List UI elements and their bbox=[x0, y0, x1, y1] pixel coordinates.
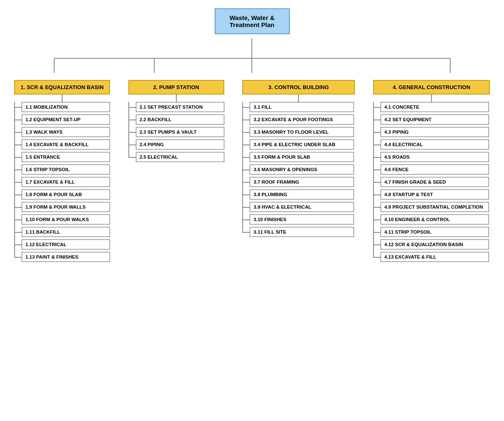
list-item: 3.6 MASONRY & OPENINGS bbox=[242, 164, 355, 174]
col1-children: 1.1 MOBILIZATION 1.2 EQUIPMENT SET-UP 1.… bbox=[14, 102, 110, 264]
diagram: Waste, Water & Treatment Plan 1. SCR & E… bbox=[0, 0, 504, 421]
child-box: 4.4 ELECTRICAL bbox=[381, 140, 489, 149]
col1-vert bbox=[62, 95, 63, 102]
list-item: 2.4 PIPING bbox=[128, 140, 224, 149]
list-item: 1.11 BACKFILL bbox=[14, 227, 110, 237]
child-box: 1.4 EXCAVATE & BACKFILL bbox=[22, 140, 110, 149]
list-item: 4.4 ELECTRICAL bbox=[373, 140, 490, 149]
col4-header: 4. GENERAL CONSTRUCTION bbox=[373, 80, 490, 95]
child-box: 1.13 PAINT & FINISHES bbox=[22, 252, 110, 262]
child-box: 4.1 CONCRETE bbox=[381, 102, 489, 112]
col4-vert bbox=[431, 95, 432, 102]
child-box: 3.10 FINISHES bbox=[250, 214, 354, 224]
child-box: 2.1 SET PRECAST STATION bbox=[136, 102, 224, 112]
child-box: 4.2 SET EQUIPMENT bbox=[381, 115, 489, 125]
col2-header: 2. PUMP STATION bbox=[128, 80, 224, 95]
list-item: 3.11 FILL SITE bbox=[242, 227, 355, 237]
column-1: 1. SCR & EQUALIZATION BASIN 1.1 MOBILIZA… bbox=[10, 80, 114, 264]
child-box: 4.11 STRIP TOPSOIL bbox=[381, 227, 489, 237]
child-box: 1.8 FORM & POUR SLAB bbox=[22, 189, 110, 199]
list-item: 3.5 FORM & POUR SLAB bbox=[242, 152, 355, 162]
child-box: 1.7 EXCAVATE & FILL bbox=[22, 177, 110, 187]
child-box: 1.9 FORM & POUR WALLS bbox=[22, 202, 110, 212]
list-item: 1.5 ENTRANCE bbox=[14, 152, 110, 162]
child-box: 3.7 ROOF FRAMING bbox=[250, 177, 354, 187]
child-box: 4.6 FENCE bbox=[381, 164, 489, 174]
child-box: 4.3 PIPING bbox=[381, 127, 489, 137]
child-box: 3.11 FILL SITE bbox=[250, 227, 354, 237]
list-item: 1.1 MOBILIZATION bbox=[14, 102, 110, 112]
col2-children: 2.1 SET PRECAST STATION 2.2 BACKFILL 2.3… bbox=[128, 102, 224, 164]
list-item: 1.13 PAINT & FINISHES bbox=[14, 252, 110, 262]
list-item: 2.1 SET PRECAST STATION bbox=[128, 102, 224, 112]
list-item: 1.7 EXCAVATE & FILL bbox=[14, 177, 110, 187]
list-item: 1.8 FORM & POUR SLAB bbox=[14, 189, 110, 199]
list-item: 4.8 STARTUP & TEST bbox=[373, 189, 490, 199]
root-title-line1: Waste, Water & bbox=[229, 14, 274, 21]
page-wrapper: Waste, Water & Treatment Plan 1. SCR & E… bbox=[0, 0, 504, 421]
col1-header: 1. SCR & EQUALIZATION BASIN bbox=[14, 80, 110, 95]
child-box: 3.3 MASONRY TO FLOOR LEVEL bbox=[250, 127, 354, 137]
list-item: 1.4 EXCAVATE & BACKFILL bbox=[14, 140, 110, 149]
child-box: 3.6 MASONRY & OPENINGS bbox=[250, 164, 354, 174]
child-box: 4.5 ROADS bbox=[381, 152, 489, 162]
list-item: 4.2 SET EQUIPMENT bbox=[373, 115, 490, 125]
child-box: 3.1 FILL bbox=[250, 102, 354, 112]
child-box: 4.10 ENGINEER & CONTROL bbox=[381, 214, 489, 224]
columns-row: 1. SCR & EQUALIZATION BASIN 1.1 MOBILIZA… bbox=[4, 80, 500, 264]
child-box: 2.4 PIPING bbox=[136, 140, 224, 149]
child-box: 3.2 EXCAVATE & POUR FOOTINGS bbox=[250, 115, 354, 125]
list-item: 3.9 HVAC & ELECTRICAL bbox=[242, 202, 355, 212]
child-box: 4.12 SCR & EQUALIZATION BASIN bbox=[381, 239, 489, 249]
list-item: 3.1 FILL bbox=[242, 102, 355, 112]
child-box: 3.9 HVAC & ELECTRICAL bbox=[250, 202, 354, 212]
list-item: 3.2 EXCAVATE & POUR FOOTINGS bbox=[242, 115, 355, 125]
list-item: 1.10 FORM & POUR WALKS bbox=[14, 214, 110, 224]
list-item: 4.12 SCR & EQUALIZATION BASIN bbox=[373, 239, 490, 249]
list-item: 4.13 EXCAVATE & FILL bbox=[373, 252, 490, 262]
list-item: 4.11 STRIP TOPSOIL bbox=[373, 227, 490, 237]
col2-vert bbox=[176, 95, 177, 102]
root-title-line2: Treatment Plan bbox=[230, 21, 275, 28]
child-box: 2.3 SET PUMPS & VAULT bbox=[136, 127, 224, 137]
child-box: 1.10 FORM & POUR WALKS bbox=[22, 214, 110, 224]
col3-header: 3. CONTROL BUILDING bbox=[242, 80, 355, 95]
list-item: 2.3 SET PUMPS & VAULT bbox=[128, 127, 224, 137]
child-box: 3.4 PIPE & ELECTRIC UNDER SLAB bbox=[250, 140, 354, 149]
child-box: 4.9 PROJECT SUBSTANTIAL COMPLETION bbox=[381, 202, 489, 212]
child-box: 2.5 ELECTRICAL bbox=[136, 152, 224, 162]
list-item: 1.6 STRIP TOPSOIL bbox=[14, 164, 110, 174]
list-item: 2.2 BACKFILL bbox=[128, 115, 224, 125]
child-box: 1.1 MOBILIZATION bbox=[22, 102, 110, 112]
list-item: 4.7 FINISH GRADE & SEED bbox=[373, 177, 490, 187]
column-4: 4. GENERAL CONSTRUCTION 4.1 CONCRETE 4.2… bbox=[369, 80, 494, 264]
list-item: 1.2 EQUIPMENT SET-UP bbox=[14, 115, 110, 125]
list-item: 3.8 PLUMBING bbox=[242, 189, 355, 199]
root-box: Waste, Water & Treatment Plan bbox=[215, 8, 290, 34]
column-3: 3. CONTROL BUILDING 3.1 FILL 3.2 EXCAVAT… bbox=[238, 80, 359, 264]
child-box: 1.5 ENTRANCE bbox=[22, 152, 110, 162]
root-container: Waste, Water & Treatment Plan bbox=[4, 8, 500, 34]
list-item: 4.10 ENGINEER & CONTROL bbox=[373, 214, 490, 224]
child-box: 1.11 BACKFILL bbox=[22, 227, 110, 237]
child-box: 2.2 BACKFILL bbox=[136, 115, 224, 125]
list-item: 1.9 FORM & POUR WALLS bbox=[14, 202, 110, 212]
child-box: 1.6 STRIP TOPSOIL bbox=[22, 164, 110, 174]
child-box: 4.13 EXCAVATE & FILL bbox=[381, 252, 489, 262]
col4-children: 4.1 CONCRETE 4.2 SET EQUIPMENT 4.3 PIPIN… bbox=[373, 102, 490, 264]
list-item: 3.7 ROOF FRAMING bbox=[242, 177, 355, 187]
child-box: 3.5 FORM & POUR SLAB bbox=[250, 152, 354, 162]
list-item: 4.3 PIPING bbox=[373, 127, 490, 137]
child-box: 4.8 STARTUP & TEST bbox=[381, 189, 489, 199]
list-item: 4.6 FENCE bbox=[373, 164, 490, 174]
child-box: 3.8 PLUMBING bbox=[250, 189, 354, 199]
list-item: 1.3 WALK WAYS bbox=[14, 127, 110, 137]
col3-vert bbox=[298, 95, 299, 102]
child-box: 1.3 WALK WAYS bbox=[22, 127, 110, 137]
list-item: 4.5 ROADS bbox=[373, 152, 490, 162]
list-item: 1.12 ELECTRICAL bbox=[14, 239, 110, 249]
column-2: 2. PUMP STATION 2.1 SET PRECAST STATION … bbox=[124, 80, 228, 264]
col3-children: 3.1 FILL 3.2 EXCAVATE & POUR FOOTINGS 3.… bbox=[242, 102, 355, 239]
child-box: 1.12 ELECTRICAL bbox=[22, 239, 110, 249]
list-item: 3.4 PIPE & ELECTRIC UNDER SLAB bbox=[242, 140, 355, 149]
